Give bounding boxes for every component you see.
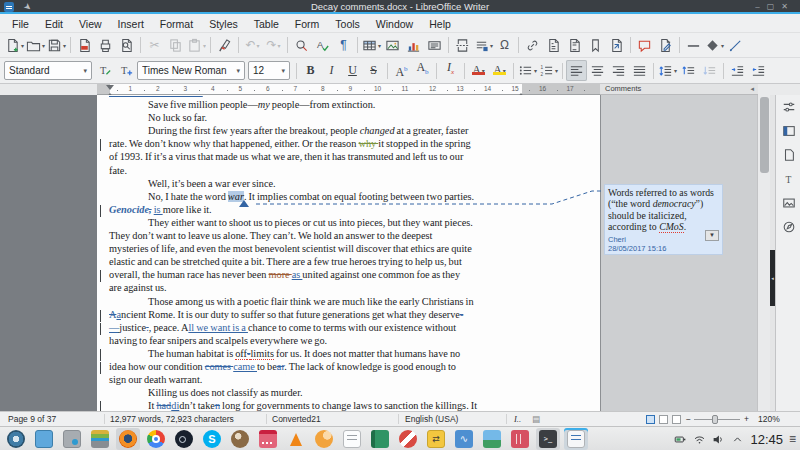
superscript-button[interactable]: Ab — [391, 60, 412, 81]
sidebar-settings-icon[interactable] — [776, 95, 800, 119]
taskbar-audio-mixer-icon[interactable] — [508, 428, 532, 450]
taskbar-gimp-icon[interactable] — [228, 428, 252, 450]
text-line[interactable]: Genocide, is more like it. — [109, 204, 600, 217]
battery-icon[interactable] — [674, 433, 687, 446]
taskbar-text-editor-icon[interactable] — [340, 428, 364, 450]
dropdown-arrow-icon[interactable]: ▾ — [378, 42, 381, 49]
insert-text-box-button[interactable] — [424, 35, 445, 56]
basic-shapes-button[interactable]: ▾ — [704, 35, 725, 56]
text-line[interactable]: overall, the human race has never been m… — [109, 269, 600, 282]
menu-form[interactable]: Form — [287, 16, 328, 33]
taskbar-virtual-desktop-pager-icon[interactable] — [32, 428, 56, 450]
text-line[interactable]: Well, it’s been a war ever since. — [109, 178, 600, 191]
font-size-select[interactable]: 12▾ — [248, 61, 290, 80]
menu-edit[interactable]: Edit — [37, 16, 71, 33]
print-button[interactable] — [95, 35, 116, 56]
comment-box[interactable]: Words referred to as words (“the word de… — [604, 184, 723, 255]
taskbar-system-monitor-icon[interactable] — [452, 428, 476, 450]
text-line[interactable]: having to fear snipers and scalpels ever… — [109, 335, 600, 348]
save-button[interactable]: ▾ — [46, 35, 67, 56]
clear-formatting-button[interactable]: Ix — [440, 60, 461, 81]
collapse-comments-icon[interactable]: ◂ — [750, 84, 754, 94]
italic-button[interactable]: I — [321, 60, 342, 81]
panel-menu-icon[interactable]: ≡ — [789, 432, 796, 446]
new-style-button[interactable]: T — [116, 60, 137, 81]
insert-chart-button[interactable] — [403, 35, 424, 56]
text-line[interactable]: The human habitat is off-limits for us. … — [109, 348, 600, 361]
text-line[interactable]: They don’t want to leave us alone. They … — [109, 230, 600, 243]
justify-button[interactable] — [629, 60, 650, 81]
text-line[interactable]: No, I hate the word war. It implies comb… — [109, 191, 600, 204]
font-name-select[interactable]: Times New Roman▾ — [137, 61, 245, 80]
taskbar-show-desktop-icon[interactable] — [60, 428, 84, 450]
zoom-level[interactable]: 120% — [758, 412, 780, 426]
text-line[interactable]: Killing us does not classify as murder. — [109, 387, 600, 400]
dropdown-arrow-icon[interactable]: ▾ — [674, 67, 677, 74]
zoom-slider-thumb[interactable] — [712, 415, 718, 424]
dropdown-arrow-icon[interactable]: ▾ — [203, 42, 206, 49]
combo-arrow-icon[interactable]: ▾ — [236, 67, 240, 75]
taskbar-terminal-icon[interactable] — [536, 428, 560, 450]
taskbar-vlc-icon[interactable] — [284, 428, 308, 450]
insert-comment-button[interactable] — [634, 35, 655, 56]
dropdown-arrow-icon[interactable]: ▾ — [721, 42, 724, 49]
dropdown-arrow-icon[interactable]: ▾ — [63, 42, 66, 49]
insert-bookmark-button[interactable] — [585, 35, 606, 56]
increase-indent-button[interactable] — [727, 60, 748, 81]
unordered-list-button[interactable]: ▾ — [517, 60, 538, 81]
text-line[interactable]: Aancient Rome. It is our duty to suffer … — [109, 309, 600, 322]
window-controls[interactable]: –▢✕ — [755, 0, 795, 14]
zoom-out-button[interactable]: − — [686, 412, 691, 426]
gallery-deck-icon[interactable] — [776, 191, 800, 215]
text-line[interactable]: During the first few years after the bre… — [109, 125, 600, 138]
menu-table[interactable]: Table — [246, 16, 287, 33]
text-line[interactable]: It haddidn’t taken long for governments … — [109, 400, 600, 411]
taskbar-steam-icon[interactable] — [172, 428, 196, 450]
align-right-button[interactable] — [608, 60, 629, 81]
text-line[interactable]: rate. We don’t know why that happened, e… — [109, 138, 600, 151]
menu-tools[interactable]: Tools — [327, 16, 368, 33]
page-number-status[interactable]: Page 9 of 37 — [8, 412, 56, 426]
menu-help[interactable]: Help — [421, 16, 459, 33]
insert-mode-icon[interactable]: I.. — [514, 412, 521, 426]
word-count-status[interactable]: 12,977 words, 72,923 characters — [110, 412, 234, 426]
insert-special-character-button[interactable]: Ω — [494, 35, 515, 56]
comments-ruler-header[interactable]: Comments ◂ — [600, 84, 758, 95]
line-spacing-button[interactable]: ▾ — [657, 60, 678, 81]
menu-insert[interactable]: Insert — [110, 16, 152, 33]
combo-arrow-icon[interactable]: ▾ — [83, 67, 87, 75]
insert-field-button[interactable]: ▾ — [473, 35, 494, 56]
formatting-marks-button[interactable]: ¶ — [333, 35, 354, 56]
insert-hyperlink-button[interactable] — [522, 35, 543, 56]
scrollbar-thumb[interactable] — [760, 97, 769, 173]
text-line[interactable]: No luck so far. — [109, 112, 600, 125]
comment-menu-button[interactable]: ▼ — [705, 230, 719, 241]
properties-deck-icon[interactable] — [776, 119, 800, 143]
menu-window[interactable]: Window — [368, 16, 421, 33]
strikethrough-button[interactable]: S — [363, 60, 384, 81]
document-page[interactable]: solution. Find the cure.Save five millio… — [97, 95, 600, 411]
page-style-status[interactable]: Converted21 — [272, 412, 321, 426]
align-center-button[interactable] — [587, 60, 608, 81]
text-line[interactable]: elastic and can be stretched quite a bit… — [109, 256, 600, 269]
open-button[interactable]: ▾ — [25, 35, 46, 56]
taskbar-skype-icon[interactable] — [200, 428, 224, 450]
taskbar-libreoffice-writer-icon[interactable] — [564, 428, 588, 450]
dropdown-arrow-icon[interactable]: ▾ — [534, 67, 537, 74]
taskbar-orange-crescent-app-icon[interactable] — [312, 428, 336, 450]
export-pdf-button[interactable] — [74, 35, 95, 56]
taskbar-unmount-device-icon[interactable] — [396, 428, 420, 450]
new-document-button[interactable]: ▾ — [4, 35, 25, 56]
combo-arrow-icon[interactable]: ▾ — [281, 67, 285, 75]
single-page-view-button[interactable] — [646, 415, 655, 424]
menu-view[interactable]: View — [71, 16, 110, 33]
dropdown-arrow-icon[interactable]: ▾ — [257, 42, 260, 49]
vertical-scrollbar[interactable] — [757, 95, 770, 411]
menu-format[interactable]: Format — [152, 16, 201, 33]
taskbar-archive-manager-icon[interactable] — [88, 428, 112, 450]
text-line[interactable]: sign our death warrant. — [109, 374, 600, 387]
text-line[interactable]: They either want to shoot us to pieces o… — [109, 217, 600, 230]
clone-formatting-button[interactable] — [214, 35, 235, 56]
text-line[interactable]: of 1993. If it’s a virus that made us wh… — [109, 151, 600, 164]
menu-file[interactable]: File — [4, 16, 37, 33]
